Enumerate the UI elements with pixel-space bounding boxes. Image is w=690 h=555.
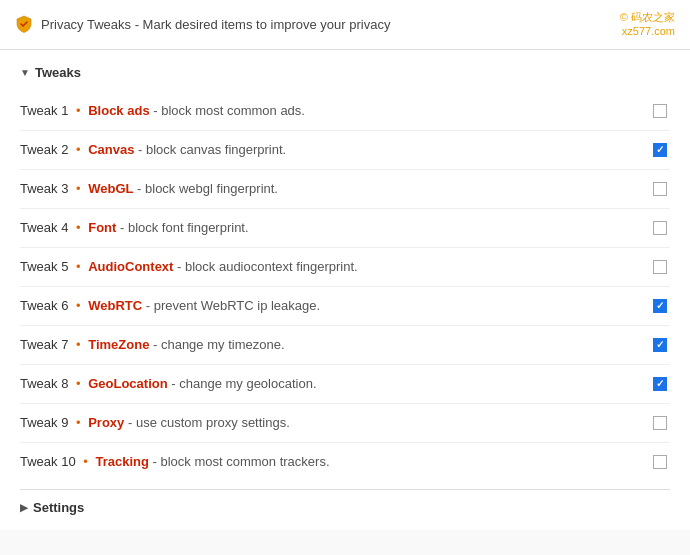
tweak-name: Tracking xyxy=(95,454,148,469)
tweak-bullet: • xyxy=(76,337,84,352)
tweak-name: Block ads xyxy=(88,103,149,118)
tweak-checkbox-4[interactable] xyxy=(653,221,667,235)
tweak-bullet: • xyxy=(83,454,91,469)
tweak-description: - block most common ads. xyxy=(150,103,305,118)
tweak-label-9: Tweak 9 • Proxy - use custom proxy setti… xyxy=(20,415,650,430)
tweak-bullet: • xyxy=(76,220,84,235)
tweak-description: - change my timezone. xyxy=(149,337,284,352)
tweak-bullet: • xyxy=(76,298,84,313)
checkbox-container xyxy=(650,218,670,238)
tweak-number: Tweak 7 xyxy=(20,337,72,352)
tweak-description: - block webgl fingerprint. xyxy=(133,181,278,196)
tweak-item: Tweak 6 • WebRTC - prevent WebRTC ip lea… xyxy=(20,287,670,326)
tweak-description: - block audiocontext fingerprint. xyxy=(173,259,357,274)
tweak-item: Tweak 5 • AudioContext - block audiocont… xyxy=(20,248,670,287)
checkbox-container xyxy=(650,101,670,121)
checkbox-container xyxy=(650,179,670,199)
tweak-name: WebRTC xyxy=(88,298,142,313)
tweaks-section-label: Tweaks xyxy=(35,65,81,80)
tweak-number: Tweak 9 xyxy=(20,415,72,430)
header-watermark: © 码农之家 xz577.com xyxy=(620,10,675,39)
tweak-item: Tweak 10 • Tracking - block most common … xyxy=(20,443,670,481)
checkbox-container xyxy=(650,413,670,433)
checkbox-container xyxy=(650,257,670,277)
checkbox-container xyxy=(650,296,670,316)
tweak-number: Tweak 10 xyxy=(20,454,79,469)
header-title: Privacy Tweaks - Mark desired items to i… xyxy=(41,17,390,32)
settings-triangle-icon: ▶ xyxy=(20,502,28,513)
tweak-description: - change my geolocation. xyxy=(168,376,317,391)
tweak-number: Tweak 3 xyxy=(20,181,72,196)
tweak-item: Tweak 8 • GeoLocation - change my geoloc… xyxy=(20,365,670,404)
tweak-checkbox-1[interactable] xyxy=(653,104,667,118)
tweak-number: Tweak 1 xyxy=(20,103,72,118)
tweak-label-1: Tweak 1 • Block ads - block most common … xyxy=(20,103,650,118)
settings-section-label: Settings xyxy=(33,500,84,515)
shield-icon xyxy=(15,15,33,33)
tweak-item: Tweak 4 • Font - block font fingerprint. xyxy=(20,209,670,248)
app-header: Privacy Tweaks - Mark desired items to i… xyxy=(0,0,690,50)
tweak-label-2: Tweak 2 • Canvas - block canvas fingerpr… xyxy=(20,142,650,157)
tweak-label-8: Tweak 8 • GeoLocation - change my geoloc… xyxy=(20,376,650,391)
tweak-description: - block font fingerprint. xyxy=(116,220,248,235)
tweaks-list: Tweak 1 • Block ads - block most common … xyxy=(20,92,670,481)
tweak-checkbox-6[interactable] xyxy=(653,299,667,313)
tweak-name: AudioContext xyxy=(88,259,173,274)
settings-section-header[interactable]: ▶ Settings xyxy=(20,489,670,515)
checkbox-container xyxy=(650,140,670,160)
tweak-item: Tweak 1 • Block ads - block most common … xyxy=(20,92,670,131)
tweak-name: Canvas xyxy=(88,142,134,157)
tweak-description: - prevent WebRTC ip leakage. xyxy=(142,298,320,313)
tweak-item: Tweak 2 • Canvas - block canvas fingerpr… xyxy=(20,131,670,170)
tweak-label-6: Tweak 6 • WebRTC - prevent WebRTC ip lea… xyxy=(20,298,650,313)
tweaks-section-header[interactable]: ▼ Tweaks xyxy=(20,65,670,80)
tweak-item: Tweak 7 • TimeZone - change my timezone. xyxy=(20,326,670,365)
tweak-checkbox-5[interactable] xyxy=(653,260,667,274)
tweak-checkbox-3[interactable] xyxy=(653,182,667,196)
tweak-description: - use custom proxy settings. xyxy=(124,415,289,430)
tweak-item: Tweak 9 • Proxy - use custom proxy setti… xyxy=(20,404,670,443)
tweak-checkbox-2[interactable] xyxy=(653,143,667,157)
tweak-bullet: • xyxy=(76,103,84,118)
tweak-name: WebGL xyxy=(88,181,133,196)
tweak-label-4: Tweak 4 • Font - block font fingerprint. xyxy=(20,220,650,235)
tweak-bullet: • xyxy=(76,259,84,274)
tweak-number: Tweak 2 xyxy=(20,142,72,157)
tweak-name: TimeZone xyxy=(88,337,149,352)
tweak-number: Tweak 8 xyxy=(20,376,72,391)
checkbox-container xyxy=(650,335,670,355)
checkbox-container xyxy=(650,374,670,394)
tweak-checkbox-10[interactable] xyxy=(653,455,667,469)
tweak-number: Tweak 4 xyxy=(20,220,72,235)
tweak-label-5: Tweak 5 • AudioContext - block audiocont… xyxy=(20,259,650,274)
tweak-description: - block most common trackers. xyxy=(149,454,330,469)
tweak-bullet: • xyxy=(76,415,84,430)
tweak-checkbox-7[interactable] xyxy=(653,338,667,352)
tweak-bullet: • xyxy=(76,181,84,196)
tweak-number: Tweak 5 xyxy=(20,259,72,274)
tweak-description: - block canvas fingerprint. xyxy=(134,142,286,157)
tweaks-triangle-icon: ▼ xyxy=(20,67,30,78)
tweak-label-10: Tweak 10 • Tracking - block most common … xyxy=(20,454,650,469)
tweak-checkbox-9[interactable] xyxy=(653,416,667,430)
tweak-item: Tweak 3 • WebGL - block webgl fingerprin… xyxy=(20,170,670,209)
tweak-number: Tweak 6 xyxy=(20,298,72,313)
tweak-name: Proxy xyxy=(88,415,124,430)
tweak-bullet: • xyxy=(76,376,84,391)
checkbox-container xyxy=(650,452,670,472)
header-left: Privacy Tweaks - Mark desired items to i… xyxy=(15,15,390,33)
tweak-label-7: Tweak 7 • TimeZone - change my timezone. xyxy=(20,337,650,352)
tweak-name: Font xyxy=(88,220,116,235)
main-content: ▼ Tweaks Tweak 1 • Block ads - block mos… xyxy=(0,50,690,530)
tweak-label-3: Tweak 3 • WebGL - block webgl fingerprin… xyxy=(20,181,650,196)
tweak-checkbox-8[interactable] xyxy=(653,377,667,391)
tweak-bullet: • xyxy=(76,142,84,157)
tweak-name: GeoLocation xyxy=(88,376,167,391)
